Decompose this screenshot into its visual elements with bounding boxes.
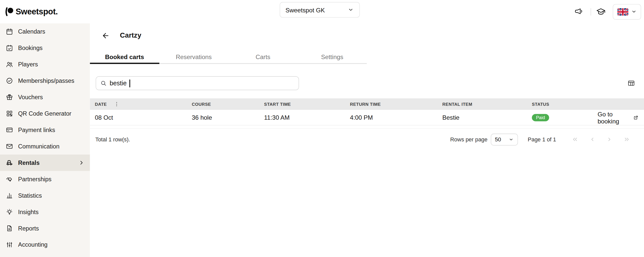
cell-return-time: 4:00 PM	[350, 114, 442, 121]
chevron-right-icon	[78, 160, 84, 166]
sidebar-item-label: Partnerships	[18, 176, 51, 183]
sidebar-item-label: Accounting	[18, 241, 48, 248]
table-footer: Total 1 row(s). Rows per page 50 Page 1 …	[90, 132, 644, 146]
sidebar-item-players[interactable]: Players	[0, 56, 90, 72]
sidebar-item-rentals[interactable]: Rentals	[0, 155, 90, 171]
uk-flag-icon	[617, 8, 628, 15]
table-bottom-border	[90, 128, 644, 129]
bar-chart-icon	[6, 192, 13, 199]
sidebar-item-label: Communication	[18, 143, 59, 150]
sidebar-item-partnerships[interactable]: Partnerships	[0, 171, 90, 187]
rows-per-page-label: Rows per page	[450, 136, 487, 142]
chevron-right-icon	[606, 136, 613, 143]
sidebar: Calendars Bookings Players Memberships/p…	[0, 23, 90, 257]
pagination-controls: Rows per page 50 Page 1 of 1	[450, 134, 630, 145]
search-icon	[100, 80, 107, 87]
cell-action: Go to booking	[597, 111, 644, 124]
sidebar-item-communication[interactable]: Communication	[0, 138, 90, 155]
sidebar-item-label: Bookings	[18, 45, 42, 51]
search-input[interactable]: bestie	[96, 76, 299, 90]
sidebar-item-label: Payment links	[18, 127, 55, 133]
main-content: Cartzy Booked carts Reservations Carts S…	[90, 23, 644, 257]
app-root: Sweetspot. Sweetspot GK	[0, 0, 644, 257]
club-selector-label: Sweetspot GK	[285, 6, 325, 13]
club-selector-dropdown[interactable]: Sweetspot GK	[280, 2, 360, 18]
page-title: Cartzy	[120, 32, 141, 40]
tab-booked-carts[interactable]: Booked carts	[90, 49, 159, 64]
sidebar-item-calendars[interactable]: Calendars	[0, 23, 90, 40]
qr-code-icon	[6, 110, 13, 117]
golf-cart-icon	[6, 159, 13, 166]
membership-badge-icon	[6, 77, 13, 84]
academy-button[interactable]	[595, 6, 606, 17]
next-page-button[interactable]	[606, 136, 613, 143]
players-icon	[6, 61, 13, 68]
column-header-date: DATE	[95, 101, 192, 107]
sidebar-item-vouchers[interactable]: Vouchers	[0, 89, 90, 105]
previous-page-button[interactable]	[589, 136, 595, 143]
tab-bar: Booked carts Reservations Carts Settings	[90, 49, 367, 64]
brand-logo[interactable]: Sweetspot.	[4, 0, 58, 23]
calendar-icon	[6, 28, 13, 35]
last-page-button[interactable]	[624, 136, 630, 143]
sidebar-item-label: Calendars	[18, 28, 45, 35]
sidebar-item-qr-code-generator[interactable]: QR Code Generator	[0, 105, 90, 122]
status-badge: Paid	[532, 114, 549, 121]
external-link-icon[interactable]	[633, 115, 638, 120]
vertical-divider	[591, 8, 591, 15]
cell-date: 08 Oct	[95, 114, 192, 121]
sidebar-item-label: Players	[18, 61, 38, 68]
sidebar-item-label: Insights	[18, 209, 38, 215]
top-bar: Sweetspot. Sweetspot GK	[0, 0, 644, 23]
top-bar-actions	[573, 0, 641, 23]
sidebar-item-accounting[interactable]: Accounting	[0, 237, 90, 253]
announcements-button[interactable]	[573, 6, 584, 17]
cell-rental-item: Bestie	[442, 114, 532, 121]
report-document-icon	[6, 225, 13, 232]
page-header: Cartzy	[101, 29, 141, 42]
column-header-rental-item: RENTAL ITEM	[442, 102, 532, 107]
search-value: bestie	[110, 80, 127, 87]
handshake-icon	[6, 175, 13, 183]
language-selector[interactable]	[613, 4, 641, 19]
sidebar-item-payment-links[interactable]: Payment links	[0, 122, 90, 138]
payment-card-icon	[6, 126, 13, 134]
sidebar-item-label: Rentals	[18, 160, 39, 166]
chevron-down-icon	[508, 137, 514, 142]
megaphone-icon	[574, 7, 583, 16]
column-header-return-time: RETURN TIME	[350, 102, 442, 107]
column-menu-icon[interactable]	[114, 101, 120, 107]
chevrons-right-icon	[624, 136, 630, 143]
sidebar-item-memberships[interactable]: Memberships/passes	[0, 72, 90, 89]
table-header-row: DATE COURSE START TIME RETURN TIME RENTA…	[90, 98, 644, 110]
chevron-down-icon	[348, 7, 354, 13]
page-info: Page 1 of 1	[528, 136, 556, 142]
go-to-booking-link[interactable]: Go to booking	[597, 111, 631, 124]
booking-calendar-icon	[6, 44, 13, 52]
sidebar-item-insights[interactable]: Insights	[0, 204, 90, 220]
arrow-left-icon	[101, 32, 110, 40]
sidebar-item-label: Reports	[18, 225, 39, 232]
brand-name: Sweetspot.	[16, 7, 58, 16]
rows-per-page-select[interactable]: 50	[491, 134, 518, 145]
sidebar-item-statistics[interactable]: Statistics	[0, 187, 90, 204]
table-toolbar: bestie	[96, 76, 644, 90]
column-header-start-time: START TIME	[264, 102, 350, 107]
table-columns-icon	[628, 80, 635, 87]
sweetspot-logo-icon	[4, 7, 14, 17]
sidebar-item-label: Memberships/passes	[18, 78, 74, 84]
chevrons-left-icon	[572, 136, 578, 143]
lightbulb-icon	[6, 208, 13, 216]
cell-course: 36 hole	[192, 114, 264, 121]
table-view-button[interactable]	[628, 80, 635, 87]
cell-status: Paid	[532, 114, 598, 121]
tab-reservations[interactable]: Reservations	[159, 49, 228, 64]
first-page-button[interactable]	[572, 136, 578, 143]
tab-settings[interactable]: Settings	[297, 49, 367, 64]
back-button[interactable]	[101, 32, 110, 40]
sidebar-item-reports[interactable]: Reports	[0, 220, 90, 237]
pager-buttons	[572, 136, 630, 143]
graduation-cap-icon	[596, 7, 606, 17]
sidebar-item-bookings[interactable]: Bookings	[0, 40, 90, 56]
tab-carts[interactable]: Carts	[228, 49, 298, 64]
